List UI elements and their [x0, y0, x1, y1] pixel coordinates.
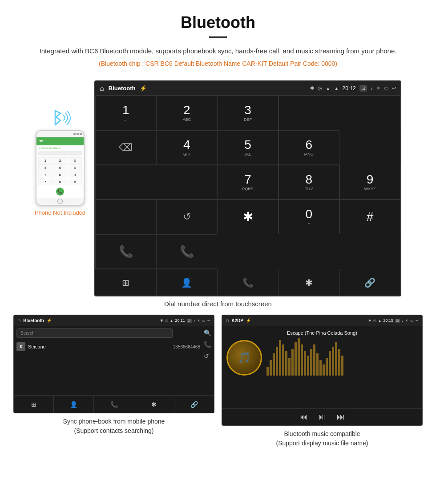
- phonebook-home-icon[interactable]: ⌂: [17, 317, 20, 324]
- dial-key-hash[interactable]: #: [339, 200, 400, 234]
- nav-recent-calls[interactable]: 📞: [218, 269, 279, 296]
- music-center-area: 🎵: [226, 340, 418, 376]
- phone-screen-green: ☎ ⋮: [36, 137, 84, 145]
- volume-icon[interactable]: ♪: [371, 86, 373, 91]
- dial-hangup-red[interactable]: 📞: [156, 234, 217, 269]
- phonebook-screenshot-block: ⌂ Bluetooth ⚡ ✱ ◎ ▲ 20:11 ⊡ ♪ ✕ ▭ ↩: [13, 315, 214, 448]
- dial-display-row2: [95, 165, 217, 200]
- phone-key-3: 3: [68, 157, 82, 164]
- viz-bar: [341, 356, 343, 376]
- phonebook-rect-icon[interactable]: ▭: [202, 319, 206, 323]
- viz-bar: [266, 367, 269, 376]
- location-icon: ◎: [318, 85, 322, 91]
- phonebook-right-icons: 🔍 📞 ↺: [204, 328, 211, 360]
- dial-key-9-sub: WXYZ: [364, 187, 375, 191]
- rect-icon[interactable]: ▭: [384, 85, 388, 91]
- phonebook-nav-link[interactable]: 🔗: [174, 396, 214, 413]
- viz-bar: [307, 356, 309, 376]
- phonebook-nav-dialpad[interactable]: ⊞: [14, 396, 54, 413]
- phonebook-nav-calls[interactable]: 📞: [94, 396, 134, 413]
- wifi-icon: ▲: [334, 86, 339, 91]
- dial-key-0-sub: +: [308, 221, 310, 226]
- page-title: Bluetooth: [27, 13, 409, 32]
- nav-link[interactable]: 🔗: [340, 269, 400, 296]
- dial-key-4-main: 4: [183, 139, 190, 151]
- phonebook-sig-icon: ▲: [170, 319, 174, 323]
- call-icon[interactable]: 📞: [204, 341, 211, 348]
- viz-bar: [270, 360, 272, 376]
- phonebook-nav-contacts[interactable]: 👤: [54, 396, 94, 413]
- phonebook-nav-bt[interactable]: ✱: [134, 396, 174, 413]
- phonebook-close-icon[interactable]: ✕: [197, 319, 200, 323]
- dial-key-star[interactable]: ✱: [217, 200, 278, 234]
- close-icon[interactable]: ✕: [376, 85, 380, 91]
- contact-number: 13566664466: [173, 344, 200, 349]
- sync-icon[interactable]: ↺: [204, 352, 211, 360]
- phonebook-vol-icon[interactable]: ♪: [194, 319, 195, 323]
- dial-key-3[interactable]: 3 DEF: [217, 96, 278, 130]
- music-back-icon[interactable]: ↩: [416, 319, 419, 323]
- dial-key-star-main: ✱: [243, 211, 253, 223]
- dial-key-5[interactable]: 5 JKL: [217, 130, 278, 165]
- music-loc-icon: ◎: [373, 319, 376, 323]
- dial-key-3-main: 3: [244, 104, 251, 116]
- music-vol-icon[interactable]: ♪: [402, 319, 404, 323]
- next-track-button[interactable]: ⏭: [337, 412, 345, 422]
- search-icon[interactable]: 🔍: [204, 329, 211, 336]
- dial-key-6-main: 6: [306, 139, 313, 151]
- dial-key-8-sub: TUV: [305, 187, 313, 191]
- bottom-screenshots: ⌂ Bluetooth ⚡ ✱ ◎ ▲ 20:11 ⊡ ♪ ✕ ▭ ↩: [0, 315, 436, 448]
- dial-backspace[interactable]: ⌫: [95, 130, 156, 165]
- music-home-icon[interactable]: ⌂: [226, 317, 229, 324]
- music-note-icon: 🎵: [238, 352, 251, 364]
- dial-key-7[interactable]: 7 PQRS: [217, 165, 278, 200]
- phonebook-search-area: Search S Seicane 13566664466 🔍 📞 ↺: [14, 326, 214, 360]
- dial-key-0-main: 0: [306, 208, 313, 220]
- statusbar-left: ⌂ Bluetooth ⚡: [100, 84, 147, 92]
- nav-dialpad[interactable]: ⊞: [95, 269, 156, 296]
- phonebook-statusbar: ⌂ Bluetooth ⚡ ✱ ◎ ▲ 20:11 ⊡ ♪ ✕ ▭ ↩: [14, 315, 214, 326]
- phone-top-bar: [36, 131, 84, 137]
- dial-key-8-main: 8: [306, 173, 313, 186]
- music-statusbar-right: ✱ ◎ ▲ 20:15 ⊡ ♪ ✕ ▭ ↩: [368, 318, 419, 323]
- back-icon[interactable]: ↩: [392, 85, 396, 91]
- hangup-red-icon: 📞: [180, 245, 194, 259]
- contact-row-seicane[interactable]: S Seicane 13566664466: [16, 340, 200, 353]
- dial-key-0[interactable]: 0 +: [279, 200, 339, 234]
- dial-refresh[interactable]: ↺: [156, 200, 217, 234]
- dial-key-6-sub: MNO: [304, 152, 314, 156]
- dial-call-green[interactable]: 📞: [95, 234, 156, 269]
- phone-more-icon: ⋮: [78, 140, 81, 143]
- dial-key-9[interactable]: 9 WXYZ: [339, 165, 400, 200]
- phonebook-search-bar[interactable]: Search: [16, 328, 173, 338]
- dialpad-grid: 1 ⌣· 2 ABC 3 DEF ⌫ 4 GHI: [95, 96, 400, 269]
- play-pause-button[interactable]: ⏯: [318, 412, 326, 422]
- phonebook-loc-icon: ◎: [165, 319, 168, 323]
- dial-key-1[interactable]: 1 ⌣·: [95, 96, 156, 130]
- phonebook-back-icon[interactable]: ↩: [207, 319, 210, 323]
- music-close-icon[interactable]: ✕: [405, 319, 408, 323]
- dial-key-2[interactable]: 2 ABC: [156, 96, 217, 130]
- dial-key-5-main: 5: [244, 139, 251, 151]
- dial-key-4[interactable]: 4 GHI: [156, 130, 217, 165]
- music-time: 20:15: [383, 318, 393, 323]
- music-bt-icon: ✱: [368, 319, 371, 323]
- phonebook-caption-line2: (Support contacts searching): [74, 427, 154, 434]
- call-green-icon: 📞: [119, 245, 133, 259]
- nav-contacts[interactable]: 👤: [157, 269, 218, 296]
- viz-bar: [285, 351, 287, 376]
- dial-key-7-sub: PQRS: [242, 187, 254, 191]
- camera-icon: ⊡: [359, 85, 367, 92]
- dial-key-8[interactable]: 8 TUV: [279, 165, 339, 200]
- phone-key-9: 9: [68, 172, 82, 178]
- viz-bar: [282, 344, 284, 376]
- dial-key-6[interactable]: 6 MNO: [279, 130, 339, 165]
- prev-track-button[interactable]: ⏮: [299, 412, 307, 422]
- phone-number-display: [38, 151, 82, 156]
- music-rect-icon[interactable]: ▭: [410, 319, 414, 323]
- nav-bluetooth[interactable]: ✱: [279, 269, 339, 296]
- home-icon[interactable]: ⌂: [100, 84, 104, 92]
- bluetooth-status-icon: ✱: [310, 85, 314, 91]
- main-area: ☎ ⋮ + Add to Contacts 1 2 3 4 5 6 7 8 9 …: [0, 80, 436, 296]
- phone-add-contact: + Add to Contacts: [37, 146, 83, 150]
